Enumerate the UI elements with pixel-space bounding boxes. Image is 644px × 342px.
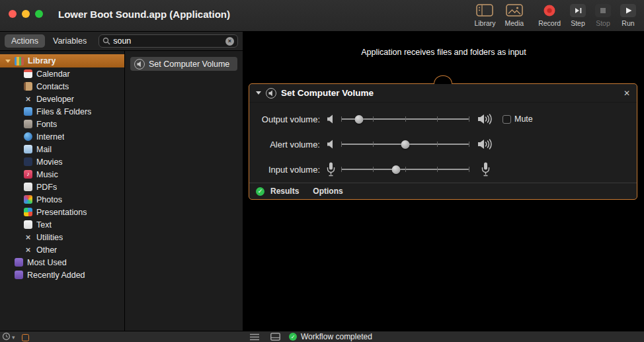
results-success-icon: ✓ [256,187,264,196]
workflow-canvas: Application receives files and folders a… [243,32,644,331]
mute-label: Mute [514,114,533,124]
stop-button[interactable]: Stop [595,3,611,27]
collapse-chevron-icon[interactable] [256,91,261,95]
fonts-icon [24,120,32,128]
slider-tick [341,142,342,147]
sidebar-item-internet[interactable]: Internet [0,130,124,143]
sidebar-item-most-used[interactable]: Most Used [0,256,124,269]
text-icon [24,220,32,229]
log-list-icon[interactable] [250,333,259,342]
presentations-icon [24,208,32,216]
microphone-icon [477,162,494,177]
slider-tick [405,116,406,122]
library-icon [476,3,493,18]
action-card-set-computer-volume[interactable]: Set Computer Volume ✕ Output volume: [249,83,637,200]
title-bar: Lower Boot Sound.app (Application) Libra… [0,0,644,32]
input-volume-thumb[interactable] [391,165,400,174]
slider-tick [405,167,406,172]
slider-tick [373,142,374,147]
sidebar-item-recently-added[interactable]: Recently Added [0,269,124,281]
library-pane: Actions Variables × Library Calendar [0,32,243,331]
run-history-icon[interactable] [2,332,11,342]
output-volume-slider[interactable] [341,114,469,124]
calendar-icon [24,69,32,78]
filter-bar: Actions Variables × [0,32,243,51]
step-button[interactable]: Step [570,3,586,27]
developer-icon [24,95,32,103]
slider-tick [469,142,469,147]
sidebar-item-other[interactable]: Other [0,243,124,256]
alert-volume-slider[interactable] [341,139,469,150]
input-volume-row: Input volume: [249,157,637,182]
sidebar-item-photos[interactable]: Photos [0,193,124,206]
pane-tabs: Actions Variables [5,34,93,48]
alert-volume-row: Alert volume: [249,132,637,157]
sidebar-item-utilities[interactable]: Utilities [0,231,124,243]
alert-volume-thumb[interactable] [401,140,409,149]
tab-actions[interactable]: Actions [5,34,45,48]
photos-icon [24,195,32,204]
results-button[interactable]: Results [270,187,299,196]
zoom-window-button[interactable] [35,10,43,18]
main-body: Actions Variables × Library Calendar [0,32,644,331]
close-window-button[interactable] [9,10,17,18]
output-volume-thumb[interactable] [355,115,364,124]
sidebar-item-files-folders[interactable]: Files & Folders [0,105,124,118]
smart-folder-icon [15,271,23,279]
action-list-item-set-computer-volume[interactable]: Set Computer Volume [130,57,237,71]
sidebar-item-developer[interactable]: Developer [0,93,124,105]
slider-tick [341,167,342,172]
search-input[interactable] [113,36,223,46]
chevron-down-icon[interactable]: ▾ [12,334,15,341]
clear-search-icon[interactable]: × [225,37,234,46]
sidebar-item-calendar[interactable]: Calendar [0,67,124,80]
slider-tick [437,116,438,122]
speaker-high-icon [477,114,494,124]
close-action-icon[interactable]: ✕ [624,89,630,97]
media-warning-icon[interactable] [22,334,29,341]
sidebar-item-text[interactable]: Text [0,218,124,231]
speaker-action-icon [266,88,276,99]
sidebar-item-pdfs[interactable]: PDFs [0,181,124,193]
disclosure-chevron-icon[interactable] [5,60,11,63]
sidebar-item-presentations[interactable]: Presentations [0,206,124,218]
media-icon [506,3,523,18]
sidebar-item-contacts[interactable]: Contacts [0,80,124,93]
pdfs-icon [24,183,32,191]
sidebar-item-mail[interactable]: Mail [0,143,124,155]
microphone-icon [320,162,341,177]
slider-tick [437,167,438,172]
contacts-icon [24,82,32,91]
library-books-icon [15,57,24,65]
output-volume-row: Output volume: [249,107,637,132]
record-button[interactable]: Record [538,3,561,27]
sidebar-item-movies[interactable]: Movies [0,155,124,168]
input-volume-slider[interactable] [341,164,469,175]
mute-checkbox[interactable] [503,115,511,124]
run-icon [620,3,636,18]
action-card-header[interactable]: Set Computer Volume ✕ [249,84,637,103]
sidebar-item-music[interactable]: Music [0,168,124,181]
workflow-input-banner: Application receives files and folders a… [243,48,644,57]
search-field[interactable]: × [99,34,238,48]
files-folders-icon [24,107,32,116]
media-button[interactable]: Media [505,3,524,27]
library-button[interactable]: Library [474,3,495,27]
slider-tick [469,167,469,172]
log-panel-icon[interactable] [270,333,280,342]
slider-tick [437,142,438,147]
speaker-low-icon [320,140,341,149]
tab-variables[interactable]: Variables [46,34,93,48]
sidebar-item-library[interactable]: Library [0,54,124,67]
minimize-window-button[interactable] [22,10,30,18]
action-card-footer: ✓ Results Options [249,183,637,199]
record-icon [542,3,557,18]
options-button[interactable]: Options [313,187,342,196]
sidebar-item-fonts[interactable]: Fonts [0,118,124,130]
workflow-status: ✓ Workflow completed [289,332,372,341]
step-icon [570,3,586,18]
toolbar: Library Media Record Step Stop [474,3,636,27]
slider-tick [373,167,374,172]
speaker-low-icon [320,114,341,124]
run-button[interactable]: Run [620,3,636,27]
